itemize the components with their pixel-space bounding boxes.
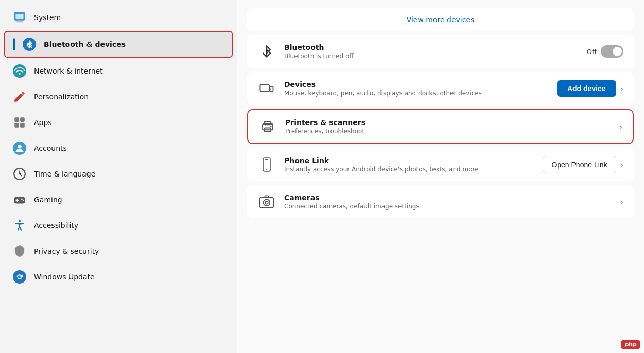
cameras-text: Cameras Connected cameras, default image… <box>284 193 612 210</box>
bluetooth-icon <box>22 37 37 51</box>
main-content: View more devices Bluetooth Bluetooth is… <box>237 0 644 353</box>
sidebar-item-bluetooth[interactable]: Bluetooth & devices <box>4 31 233 58</box>
privacy-icon <box>12 244 27 258</box>
phone-link-title: Phone Link <box>284 156 534 165</box>
devices-card: Devices Mouse, keyboard, pen, audio, dis… <box>247 72 634 105</box>
svg-point-31 <box>266 169 267 170</box>
svg-rect-2 <box>15 14 23 19</box>
sidebar-item-gaming[interactable]: Gaming <box>4 187 233 212</box>
svg-point-22 <box>13 270 26 284</box>
svg-point-6 <box>13 64 26 78</box>
view-more-link[interactable]: View more devices <box>407 15 475 24</box>
cameras-card[interactable]: Cameras Connected cameras, default image… <box>247 185 634 218</box>
open-phone-link-button[interactable]: Open Phone Link <box>543 156 616 173</box>
svg-point-7 <box>19 73 20 75</box>
sidebar-item-update[interactable]: Windows Update <box>4 264 233 289</box>
sidebar-item-time-label: Time & language <box>34 170 95 178</box>
cameras-title: Cameras <box>284 193 612 202</box>
svg-rect-11 <box>20 123 25 128</box>
toggle-knob <box>613 47 622 56</box>
svg-rect-10 <box>14 123 19 128</box>
phone-link-subtitle: Instantly access your Android device's p… <box>284 166 534 173</box>
svg-rect-8 <box>14 117 19 122</box>
printers-action: › <box>619 122 622 132</box>
bluetooth-toggle-section: Off <box>587 45 623 58</box>
printers-card[interactable]: Printers & scanners Preferences, trouble… <box>247 109 634 144</box>
printers-chevron: › <box>619 122 622 132</box>
devices-card-text: Devices Mouse, keyboard, pen, audio, dis… <box>284 80 549 97</box>
devices-subtitle: Mouse, keyboard, pen, audio, displays an… <box>284 90 549 97</box>
bluetooth-card: Bluetooth Bluetooth is turned off Off <box>247 35 634 68</box>
phone-link-action: Open Phone Link › <box>543 156 623 173</box>
sidebar-item-system-label: System <box>34 13 61 22</box>
gaming-icon <box>12 192 27 207</box>
sidebar-item-accessibility[interactable]: Accessibility <box>4 213 233 238</box>
printers-card-text: Printers & scanners Preferences, trouble… <box>285 118 611 135</box>
sidebar-item-network[interactable]: Network & internet <box>4 59 233 83</box>
devices-chevron: › <box>620 84 623 94</box>
phone-link-card: Phone Link Instantly access your Android… <box>247 148 634 181</box>
sidebar-item-personalization[interactable]: Personalization <box>4 84 233 109</box>
sidebar-item-system[interactable]: System <box>4 5 233 30</box>
svg-point-29 <box>270 126 272 127</box>
svg-point-21 <box>19 220 21 222</box>
accounts-icon <box>12 141 27 155</box>
sidebar-item-personalization-label: Personalization <box>34 93 89 101</box>
svg-rect-3 <box>18 20 22 21</box>
svg-rect-32 <box>265 159 268 160</box>
system-icon <box>12 10 27 25</box>
update-icon <box>12 270 27 284</box>
sidebar-item-privacy-label: Privacy & security <box>34 247 99 255</box>
sidebar-item-bluetooth-label: Bluetooth & devices <box>44 40 126 48</box>
svg-rect-9 <box>20 117 25 122</box>
accessibility-icon <box>12 218 27 233</box>
add-device-button[interactable]: Add device <box>557 80 616 97</box>
svg-point-34 <box>264 199 270 206</box>
phone-link-chevron: › <box>620 160 623 170</box>
network-icon <box>12 64 27 78</box>
sidebar-item-update-label: Windows Update <box>34 273 95 281</box>
svg-rect-23 <box>260 85 270 92</box>
cameras-action: › <box>620 197 623 207</box>
devices-card-icon <box>257 79 276 98</box>
svg-rect-27 <box>265 121 271 125</box>
printers-subtitle: Preferences, troubleshoot <box>285 128 611 135</box>
cameras-chevron: › <box>620 197 623 207</box>
bluetooth-toggle[interactable] <box>601 45 623 58</box>
svg-point-35 <box>265 201 268 204</box>
svg-point-15 <box>19 173 20 174</box>
svg-rect-4 <box>15 22 23 23</box>
bluetooth-card-text: Bluetooth Bluetooth is turned off <box>284 43 579 60</box>
bluetooth-card-icon <box>257 42 276 61</box>
bluetooth-toggle-label: Off <box>587 48 597 56</box>
sidebar-item-network-label: Network & internet <box>34 67 103 75</box>
printers-title: Printers & scanners <box>285 118 611 127</box>
svg-point-19 <box>21 199 23 200</box>
phone-link-icon <box>257 155 276 174</box>
sidebar-item-apps[interactable]: Apps <box>4 110 233 135</box>
svg-rect-18 <box>15 200 19 201</box>
sidebar-item-accounts-label: Accounts <box>34 144 67 152</box>
bluetooth-title: Bluetooth <box>284 43 579 51</box>
sidebar-item-time[interactable]: Time & language <box>4 162 233 186</box>
active-indicator <box>13 38 15 50</box>
phone-link-text: Phone Link Instantly access your Android… <box>284 156 534 173</box>
devices-action: Add device › <box>557 80 623 97</box>
cameras-subtitle: Connected cameras, default image setting… <box>284 203 612 210</box>
svg-point-20 <box>23 200 24 201</box>
personalization-icon <box>12 90 27 104</box>
devices-title: Devices <box>284 80 549 89</box>
sidebar-item-accounts[interactable]: Accounts <box>4 136 233 161</box>
bluetooth-subtitle: Bluetooth is turned off <box>284 52 579 60</box>
php-badge: php <box>621 340 640 349</box>
svg-point-13 <box>18 145 22 149</box>
cameras-icon <box>257 192 276 211</box>
sidebar: System Bluetooth & devices Network & int… <box>0 0 237 353</box>
sidebar-item-privacy[interactable]: Privacy & security <box>4 239 233 263</box>
view-more-card[interactable]: View more devices <box>247 8 634 31</box>
time-icon <box>12 167 27 181</box>
sidebar-item-apps-label: Apps <box>34 118 52 127</box>
sidebar-item-gaming-label: Gaming <box>34 196 62 204</box>
printers-card-icon <box>258 117 277 136</box>
sidebar-item-accessibility-label: Accessibility <box>34 221 78 230</box>
